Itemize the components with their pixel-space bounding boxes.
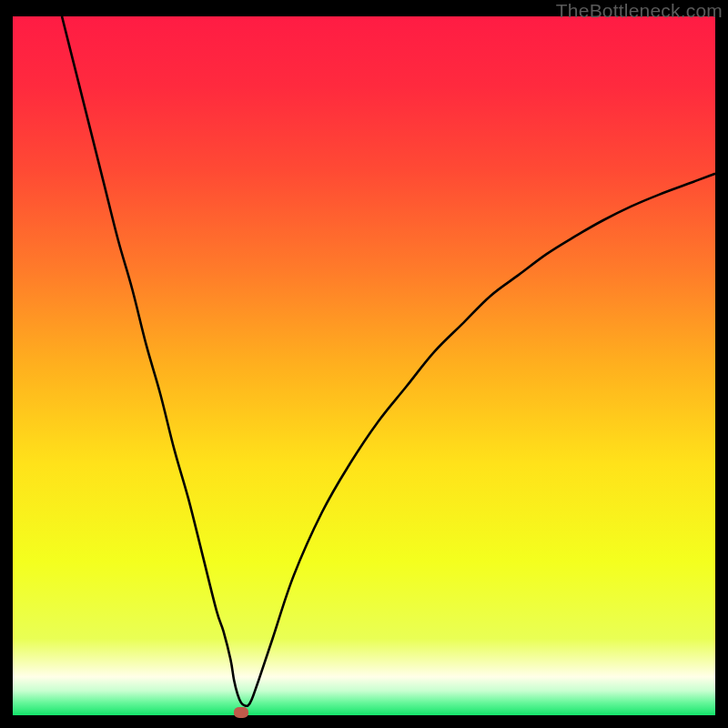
bottleneck-chart <box>13 16 715 715</box>
chart-frame <box>13 16 715 715</box>
gradient-background <box>13 16 715 715</box>
